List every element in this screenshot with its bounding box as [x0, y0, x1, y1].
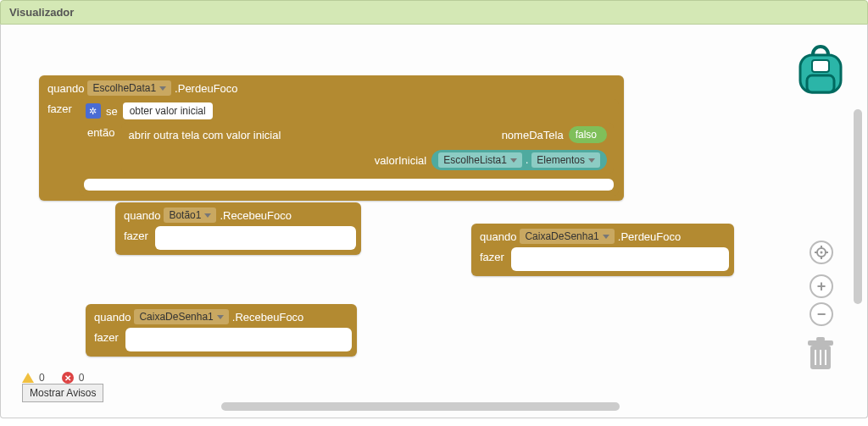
action-text: abrir outra tela com valor inicial	[128, 129, 281, 141]
when-label: quando	[94, 311, 131, 324]
gear-icon[interactable]: ✲	[86, 103, 101, 119]
panel-header: Visualizador	[0, 0, 868, 25]
component-dropdown[interactable]: CaixaDeSenha1	[520, 229, 614, 244]
component-dropdown[interactable]: EscolheData1	[87, 80, 171, 96]
do-label: fazer	[471, 247, 511, 272]
event-block-botao1[interactable]: quando Botão1 .RecebeuFoco fazer	[115, 202, 361, 255]
if-block[interactable]: ✲ se obter valor inicial então abrir out…	[79, 99, 619, 196]
component-dropdown[interactable]: CaixaDeSenha1	[134, 309, 228, 324]
event-name: .RecebeuFoco	[232, 311, 304, 324]
trash-icon[interactable]	[806, 337, 835, 371]
chevron-down-icon	[510, 158, 517, 163]
show-warnings-button[interactable]: Mostrar Avisos	[22, 384, 103, 402]
param-label-2: valorInicial	[375, 154, 426, 167]
svg-rect-2	[812, 60, 829, 72]
chevron-down-icon	[603, 235, 609, 239]
teal-component-dropdown[interactable]: EscolheLista1	[438, 152, 522, 168]
empty-slot[interactable]	[125, 328, 352, 351]
event-block-caixadesenha1-perdeu[interactable]: quando CaixaDeSenha1 .PerdeuFoco fazer	[471, 224, 734, 276]
zoom-in-button[interactable]: +	[810, 274, 833, 298]
svg-rect-11	[816, 337, 825, 341]
chevron-down-icon	[159, 86, 166, 91]
backpack-icon[interactable]	[795, 41, 846, 97]
teal-prop-dropdown[interactable]: Elementos	[531, 152, 600, 168]
component-dropdown[interactable]: Botão1	[164, 207, 216, 223]
condition-slot[interactable]: obter valor inicial	[123, 102, 213, 119]
do-label: fazer	[39, 99, 79, 124]
horizontal-scrollbar[interactable]	[221, 402, 620, 411]
event-name: .PerdeuFoco	[618, 230, 681, 243]
error-count: 0	[79, 372, 85, 384]
warning-count: 0	[39, 372, 45, 384]
svg-point-4	[821, 252, 823, 254]
do-label: fazer	[86, 328, 125, 352]
when-label: quando	[480, 230, 516, 243]
event-block-escolhedata1[interactable]: quando EscolheData1 .PerdeuFoco fazer ✲ …	[39, 75, 624, 201]
getter-block[interactable]: EscolheLista1 . Elementos	[431, 150, 607, 170]
empty-slot[interactable]	[155, 226, 356, 250]
chevron-down-icon	[588, 158, 595, 163]
zoom-out-button[interactable]: −	[810, 302, 833, 326]
action-open-screen[interactable]: abrir outra tela com valor inicial nomeD…	[121, 123, 614, 174]
panel-title: Visualizador	[9, 6, 74, 19]
event-block-caixadesenha1-recebeu[interactable]: quando CaixaDeSenha1 .RecebeuFoco fazer	[86, 304, 357, 357]
param-label: nomeDaTela	[502, 129, 564, 141]
chevron-down-icon	[217, 315, 224, 319]
event-name: .PerdeuFoco	[175, 82, 237, 95]
empty-slot[interactable]	[511, 247, 729, 271]
when-label: quando	[124, 209, 160, 222]
status-row: 0 ✕ 0	[22, 372, 84, 384]
if-label: se	[106, 105, 118, 118]
event-name: .RecebeuFoco	[220, 209, 292, 222]
false-value[interactable]: falso	[569, 126, 607, 143]
warning-icon[interactable]	[22, 373, 34, 383]
svg-rect-1	[807, 75, 834, 92]
then-label: então	[79, 123, 122, 147]
chevron-down-icon	[204, 213, 211, 218]
error-icon[interactable]: ✕	[62, 372, 74, 384]
when-label: quando	[47, 82, 84, 95]
do-label: fazer	[115, 226, 155, 251]
workspace[interactable]: quando EscolheData1 .PerdeuFoco fazer ✲ …	[0, 25, 868, 418]
recenter-button[interactable]	[810, 241, 833, 264]
vertical-scrollbar[interactable]	[854, 109, 862, 304]
